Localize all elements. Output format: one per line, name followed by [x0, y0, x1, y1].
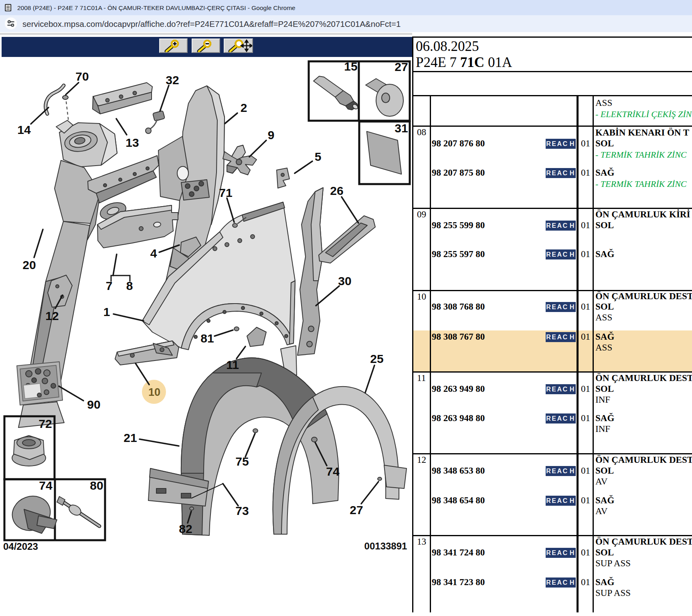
svg-text:8: 8	[126, 279, 133, 292]
svg-text:12: 12	[45, 309, 59, 322]
svg-text:14: 14	[17, 123, 31, 136]
svg-text:10: 10	[148, 386, 160, 398]
svg-text:13: 13	[125, 136, 139, 149]
svg-text:2: 2	[241, 101, 247, 114]
svg-text:00133891: 00133891	[364, 541, 407, 551]
svg-text:70: 70	[75, 70, 89, 83]
svg-text:82: 82	[179, 522, 192, 535]
svg-text:31: 31	[395, 122, 408, 135]
svg-text:7: 7	[106, 279, 113, 292]
svg-text:5: 5	[315, 150, 322, 163]
svg-text:20: 20	[22, 258, 36, 272]
svg-text:27: 27	[350, 503, 363, 517]
svg-text:81: 81	[200, 332, 214, 345]
svg-text:30: 30	[338, 274, 351, 288]
svg-text:80: 80	[90, 479, 103, 492]
svg-text:32: 32	[166, 73, 179, 87]
svg-text:21: 21	[123, 431, 137, 444]
svg-text:74: 74	[326, 465, 340, 478]
svg-text:72: 72	[38, 417, 52, 430]
svg-text:73: 73	[235, 504, 249, 517]
svg-text:71: 71	[219, 186, 232, 199]
svg-text:27: 27	[395, 60, 408, 73]
svg-text:75: 75	[235, 455, 249, 468]
svg-text:15: 15	[344, 60, 357, 73]
svg-text:74: 74	[39, 479, 53, 492]
svg-text:1: 1	[103, 305, 110, 318]
svg-text:90: 90	[87, 398, 100, 411]
svg-text:4: 4	[150, 247, 157, 260]
svg-text:9: 9	[268, 128, 275, 142]
svg-text:26: 26	[330, 184, 343, 197]
svg-text:25: 25	[370, 352, 383, 365]
svg-text:04/2023: 04/2023	[3, 541, 38, 552]
svg-text:11: 11	[226, 358, 239, 371]
